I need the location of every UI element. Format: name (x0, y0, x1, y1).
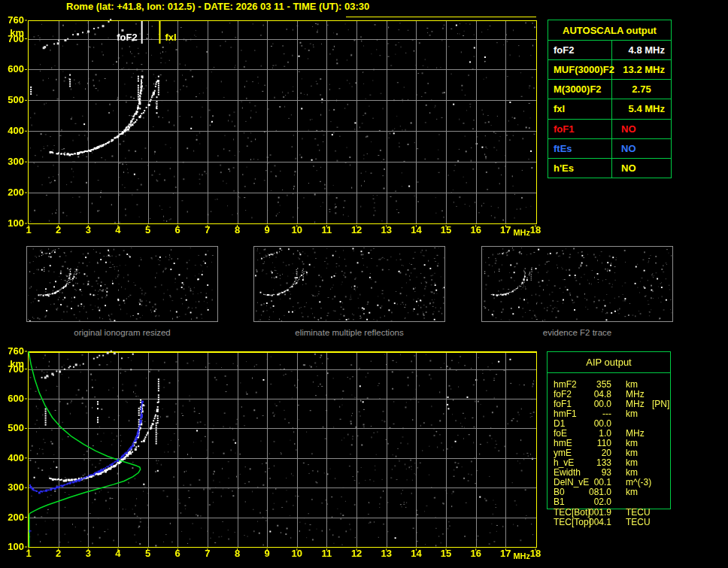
x-axis-unit: MHz (508, 551, 530, 560)
autoscala-screen: Rome (lat: +41.8, lon: 012.5) - DATE: 20… (0, 0, 728, 568)
y-tick-label: 700 (3, 34, 24, 44)
aip-row-flag: [PN] (652, 399, 669, 409)
y-tick-label: 100 (3, 218, 24, 229)
y-tick-label: 400 (3, 126, 24, 136)
autoscala-row-label: MUF(3000)F2 (548, 60, 612, 79)
aip-header-divider (548, 372, 670, 373)
autoscala-row-value: NO (612, 159, 671, 178)
autoscala-table: AUTOSCALA output foF2 4.8 MHz MUF(3000)F… (548, 20, 672, 178)
autoscala-row-label: fxI (548, 99, 612, 118)
aip-row-value: 02.0 (572, 497, 611, 507)
aip-row-label: B1 (554, 497, 565, 507)
y-tick-label: 600 (3, 393, 24, 404)
autoscala-row-hEs: h'Es NO (548, 158, 671, 178)
autoscala-row-value: 13.2 MHz (612, 60, 671, 79)
aip-row-unit: km (626, 488, 638, 497)
autoscala-row-MUF3000F2: MUF(3000)F2 13.2 MHz (548, 59, 671, 79)
aip-row-unit: TECU (626, 518, 651, 527)
panel-caption: evidence F2 trace (481, 328, 673, 337)
y-tick-label: 400 (3, 453, 24, 463)
autoscala-row-foF1: foF1 NO (548, 119, 671, 138)
page-title: Rome (lat: +41.8, lon: 012.5) - DATE: 20… (66, 1, 369, 12)
autoscala-row-label: M(3000)F2 (548, 80, 612, 99)
aip-row-unit: km (626, 409, 638, 419)
autoscala-row-value: NO (612, 120, 671, 138)
autoscala-row-ftEs: ftEs NO (548, 138, 671, 158)
y-tick-label: 200 (3, 187, 24, 198)
autoscala-row-value: 5.4 MHz (612, 99, 671, 118)
y-tick-label: 300 (3, 482, 24, 493)
autoscala-row-foF2: foF2 4.8 MHz (548, 41, 671, 59)
y-tick-label: 300 (3, 156, 24, 167)
panel-eliminate-reflections (253, 246, 445, 322)
y-tick-label: 760 (3, 346, 24, 357)
autoscala-table-header: AUTOSCALA output (548, 20, 671, 41)
aip-table: AIP output hmF2 355 km foF2 04.8 MHz foF… (547, 351, 671, 509)
autoscala-row-M3000F2: M(3000)F2 2.75 (548, 79, 671, 99)
autoscala-row-value: 2.75 (612, 80, 671, 99)
autoscala-row-value: NO (612, 139, 671, 158)
y-axis-unit: km (3, 28, 24, 38)
aip-row-value: 004.1 (572, 518, 611, 527)
bottom-ionogram-profile-chart (24, 348, 540, 551)
x-axis-unit: MHz (508, 228, 530, 237)
autoscala-row-label: h'Es (548, 159, 612, 178)
y-axis-unit: km (3, 359, 24, 369)
y-tick-label: 600 (3, 64, 24, 74)
aip-table-header: AIP output (548, 357, 670, 368)
autoscala-row-label: foF1 (548, 120, 612, 138)
y-tick-label: 100 (3, 542, 24, 552)
y-tick-label: 500 (3, 423, 24, 433)
panel-original-ionogram (26, 246, 218, 322)
y-tick-label: 200 (3, 512, 24, 523)
panel-caption: original ionogram resized (26, 328, 218, 337)
y-tick-label: 500 (3, 95, 24, 105)
top-ionogram-chart (24, 17, 540, 228)
autoscala-row-value: 4.8 MHz (612, 41, 671, 59)
panel-caption: eliminate multiple reflections (253, 328, 445, 337)
autoscala-row-fxI: fxI 5.4 MHz (548, 99, 671, 118)
autoscala-table-body: foF2 4.8 MHz MUF(3000)F2 13.2 MHz M(3000… (548, 41, 671, 178)
y-tick-label: 700 (3, 364, 24, 375)
autoscala-row-label: foF2 (548, 41, 612, 59)
aip-row-B1: B1 02.0 (548, 497, 670, 507)
y-tick-label: 760 (3, 15, 24, 26)
panel-evidence-f2-trace (481, 246, 673, 322)
aip-row-TEC-top: TEC[Top] 004.1 TECU (548, 518, 670, 527)
autoscala-row-label: ftEs (548, 139, 612, 158)
